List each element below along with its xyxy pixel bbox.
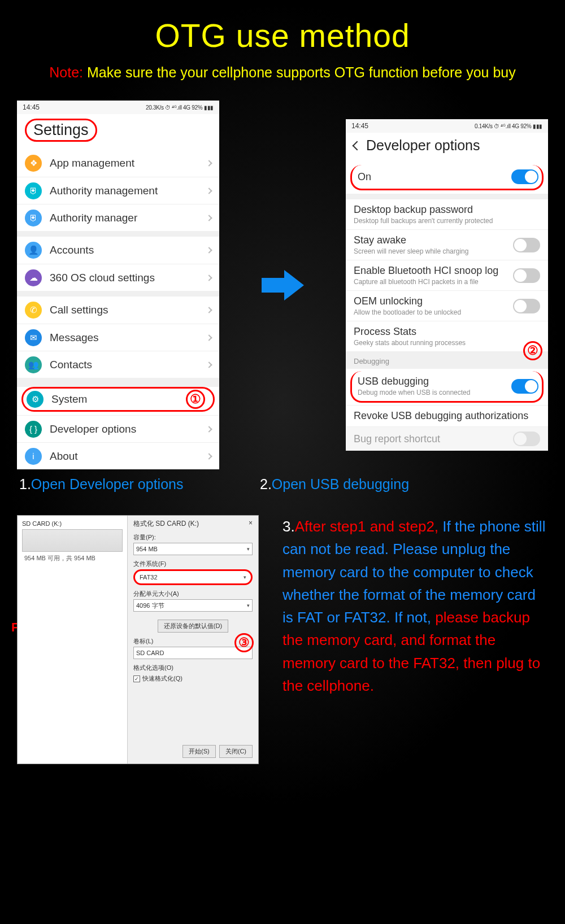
settings-item-authority-management[interactable]: ⛨ Authority management (17, 177, 219, 204)
on-label: On (358, 171, 506, 183)
chevron-right-icon (206, 247, 212, 253)
volume-label-input[interactable]: SD CARD (133, 647, 253, 659)
allocation-label: 分配单元大小(A) (133, 590, 253, 598)
toggle-icon[interactable] (513, 238, 540, 252)
menu-item-label: Developer options (50, 423, 207, 435)
back-icon[interactable] (353, 141, 362, 150)
menu-item-icon: ⚙ (27, 391, 44, 408)
menu-item-icon: { } (25, 421, 42, 438)
caption-1-num: 1. (19, 476, 31, 492)
toggle-icon[interactable] (513, 268, 540, 283)
filesystem-select-highlight[interactable]: FAT32▾ (133, 569, 253, 585)
dev-item-stay-awake[interactable]: Stay awakeScreen will never sleep while … (346, 229, 548, 260)
on-toggle-icon[interactable] (511, 169, 538, 184)
usb-debugging-toggle-icon[interactable] (511, 379, 538, 394)
chevron-right-icon (206, 426, 212, 432)
bug-report-row[interactable]: Bug report shortcut (346, 426, 548, 451)
menu-item-label: Contacts (50, 359, 207, 371)
caption-row: 1.Open Developer options 2.Open USB debu… (17, 476, 548, 492)
menu-item-icon: ✉ (25, 329, 42, 346)
bug-report-label: Bug report shortcut (354, 433, 507, 445)
dev-item-sub: Screen will never sleep while charging (354, 247, 507, 255)
step-3-instructions: 3.After step1 and step2, If the phone st… (260, 515, 548, 786)
caption-2-num: 2. (260, 476, 272, 492)
menu-item-label: App management (50, 157, 207, 169)
dev-item-oem-unlocking[interactable]: OEM unlockingAllow the bootloader to be … (346, 290, 548, 321)
step-3-badge: ③ (234, 633, 254, 652)
settings-item-app-management[interactable]: ❖ App management (17, 150, 219, 177)
phone-developer-options-screenshot: 14:45 0.14K/s ⏱ ⁴ᴳ.ıll 4G 92% ▮▮▮ Develo… (346, 119, 548, 451)
dev-item-sub: Desktop full backups aren't currently pr… (354, 217, 540, 225)
allocation-select[interactable]: 4096 字节▾ (133, 599, 253, 612)
dialog-title: 格式化 SD CARD (K:) (133, 519, 199, 529)
step-3-num: 3. (282, 518, 295, 535)
settings-item-authority-manager[interactable]: ⛨ Authority manager (17, 204, 219, 231)
menu-item-label: Messages (50, 332, 207, 344)
settings-item-contacts[interactable]: 👥 Contacts (17, 351, 219, 378)
dev-item-sub: Allow the bootloader to be unlocked (354, 308, 507, 316)
bug-report-toggle-icon[interactable] (513, 432, 540, 446)
checkbox-icon: ✓ (133, 675, 140, 682)
settings-item-accounts[interactable]: 👤 Accounts (17, 237, 219, 264)
usb-debugging-sub: Debug mode when USB is connected (358, 389, 506, 396)
dev-item-desktop-backup-password[interactable]: Desktop backup passwordDesktop full back… (346, 199, 548, 229)
chevron-right-icon (206, 453, 212, 459)
phone-header: Settings (17, 114, 219, 150)
menu-item-icon: ☁ (25, 269, 42, 286)
close-icon[interactable]: × (249, 519, 253, 529)
revoke-label: Revoke USB debugging authorizations (354, 410, 540, 422)
menu-item-icon: ❖ (25, 155, 42, 172)
dialog-title-bar: 格式化 SD CARD (K:) × (133, 519, 253, 529)
quick-format-checkbox[interactable]: ✓ 快速格式化(Q) (133, 674, 253, 683)
chevron-right-icon (206, 188, 212, 194)
chevron-down-icon: ▾ (247, 603, 250, 608)
settings-item-developer-options[interactable]: { } Developer options (17, 415, 219, 442)
dev-item-process-stats[interactable]: Process StatsGeeky stats about running p… (346, 321, 548, 351)
status-time: 14:45 (351, 122, 368, 130)
status-right: 0.14K/s ⏱ ⁴ᴳ.ıll 4G 92% ▮▮▮ (475, 123, 542, 129)
dev-item-title: OEM unlocking (354, 295, 507, 307)
toggle-icon[interactable] (513, 299, 540, 313)
status-bar: 14:45 0.14K/s ⏱ ⁴ᴳ.ıll 4G 92% ▮▮▮ (346, 119, 548, 133)
restore-defaults-button[interactable]: 还原设备的默认值(D) (158, 620, 228, 633)
menu-item-icon: ⛨ (25, 210, 42, 226)
settings-item-call-settings[interactable]: ✆ Call settings (17, 297, 219, 324)
close-button[interactable]: 关闭(C) (219, 745, 253, 758)
step-3-red1: After step1 and step2, (295, 518, 438, 535)
dev-item-title: Stay awake (354, 234, 507, 246)
on-toggle-row-highlight[interactable]: On (350, 165, 544, 190)
chevron-down-icon: ▾ (247, 546, 250, 552)
usb-debugging-title: USB debugging (358, 376, 506, 387)
menu-item-label: Accounts (50, 244, 207, 256)
settings-item-messages[interactable]: ✉ Messages (17, 324, 219, 351)
menu-item-label: About (50, 450, 207, 463)
format-options-label: 格式化选项(O) (133, 664, 253, 672)
menu-item-label: 360 OS cloud settings (50, 272, 207, 284)
chevron-right-icon (206, 274, 212, 281)
settings-item-360-os-cloud-settings[interactable]: ☁ 360 OS cloud settings (17, 264, 219, 291)
settings-item-system[interactable]: ⚙ System ① (21, 387, 215, 412)
dev-item-enable-bluetooth-hci-snoop-log[interactable]: Enable Bluetooth HCI snoop logCapture al… (346, 260, 548, 290)
svg-marker-0 (262, 270, 304, 300)
dev-item-sub: Geeky stats about running processes (354, 339, 540, 347)
revoke-usb-row[interactable]: Revoke USB debugging authorizations (346, 405, 548, 426)
chevron-right-icon (206, 307, 212, 313)
step-2-badge: ② (523, 341, 542, 360)
start-button[interactable]: 开始(S) (182, 745, 216, 758)
menu-item-label: Authority manager (50, 212, 207, 224)
dev-item-title: Process Stats (354, 326, 540, 338)
note-line: Note: Make sure the your cellphone suppo… (17, 64, 548, 81)
usb-debugging-row-highlight[interactable]: USB debugging Debug mode when USB is con… (350, 371, 544, 403)
capacity-select[interactable]: 954 MB▾ (133, 543, 253, 555)
dev-item-title: Desktop backup password (354, 204, 540, 216)
arrow-right-icon (262, 270, 304, 300)
page-title: OTG use method (17, 17, 548, 54)
note-text: Make sure the your cellphone supports OT… (83, 64, 516, 80)
menu-item-icon: 👥 (25, 356, 42, 373)
menu-item-label: Authority management (50, 185, 207, 197)
chevron-right-icon (206, 160, 212, 166)
explorer-left-pane: SD CARD (K:) 954 MB 可用，共 954 MB (18, 516, 128, 764)
menu-item-label: Call settings (50, 304, 207, 316)
quick-format-label: 快速格式化(Q) (142, 674, 182, 683)
settings-item-about[interactable]: i About (17, 442, 219, 469)
